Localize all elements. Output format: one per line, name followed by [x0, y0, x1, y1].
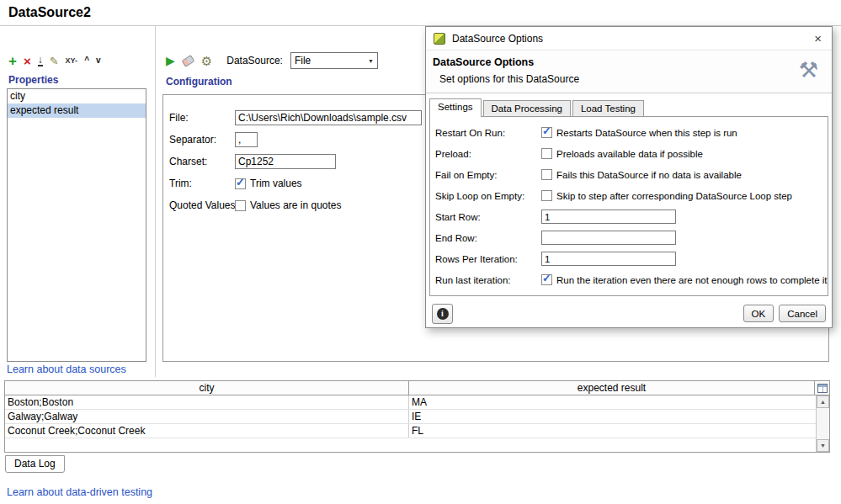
- clear-icon[interactable]: [181, 55, 194, 67]
- fail-on-empty-checkbox[interactable]: [541, 169, 552, 180]
- page-title: DataSource2: [8, 5, 91, 20]
- start-row-label: Start Row:: [435, 212, 541, 222]
- dialog-header-title: DataSource Options: [433, 56, 534, 68]
- separator-label: Separator:: [169, 134, 235, 146]
- file-input[interactable]: [235, 110, 422, 125]
- preload-caption: Preloads available data if possible: [556, 149, 703, 159]
- properties-list: city expected result: [7, 88, 146, 362]
- table-row[interactable]: Boston;Boston MA: [5, 395, 829, 410]
- rows-per-iteration-row: Rows Per Iteration:: [430, 248, 828, 269]
- table-row[interactable]: Galway;Galway IE: [5, 410, 829, 424]
- info-button[interactable]: i: [432, 304, 453, 324]
- charset-input[interactable]: [235, 154, 336, 169]
- tools-icon: ⚒: [799, 57, 818, 83]
- skip-loop-on-empty-checkbox[interactable]: [541, 190, 552, 201]
- cell-city: Boston;Boston: [5, 395, 409, 409]
- load-properties-icon[interactable]: ↓: [38, 55, 43, 66]
- save-properties-icon[interactable]: ✎: [50, 56, 59, 66]
- scrollbar-down-button[interactable]: ▼: [817, 439, 829, 452]
- quoted-values-label: Quoted Values:: [169, 199, 235, 211]
- preload-row: Preload: Preloads available data if poss…: [430, 143, 828, 164]
- table-row[interactable]: Coconut Creek;Coconut Creek FL: [5, 424, 829, 438]
- add-property-icon[interactable]: +: [8, 54, 17, 68]
- column-header-city[interactable]: city: [5, 381, 409, 395]
- run-last-iteration-checkbox[interactable]: ✓: [541, 274, 552, 285]
- separator-input[interactable]: [235, 132, 258, 147]
- skip-loop-on-empty-label: Skip Loop on Empty:: [435, 191, 541, 201]
- file-label: File:: [169, 112, 235, 124]
- panel-divider: [155, 26, 156, 377]
- tab-data-processing[interactable]: Data Processing: [483, 100, 571, 116]
- dialog-settings-panel: Restart On Run: ✓ Restarts DataSource wh…: [429, 116, 828, 296]
- restart-on-run-caption: Restarts DataSource when this step is ru…: [556, 128, 737, 138]
- run-icon[interactable]: ▶: [166, 55, 175, 66]
- check-icon: ✓: [542, 125, 551, 138]
- info-icon: i: [437, 308, 449, 320]
- move-property-down-icon[interactable]: v: [96, 56, 101, 65]
- datasource-options-icon: [434, 33, 445, 45]
- close-icon[interactable]: ×: [812, 31, 824, 45]
- quoted-values-caption: Values are in quotes: [250, 199, 342, 211]
- learn-about-data-sources-link[interactable]: Learn about data sources: [7, 363, 126, 375]
- run-last-iteration-row: Run last iteration: ✓ Run the iteration …: [430, 269, 828, 290]
- tab-load-testing[interactable]: Load Testing: [572, 100, 644, 116]
- ok-button[interactable]: OK: [743, 305, 774, 322]
- scrollbar-track[interactable]: [817, 408, 829, 439]
- fail-on-empty-row: Fail on Empty: Fails this DataSource if …: [430, 164, 828, 185]
- preload-label: Preload:: [435, 149, 541, 159]
- charset-label: Charset:: [169, 156, 235, 167]
- run-last-iteration-label: Run last iteration:: [435, 275, 541, 285]
- properties-header: Properties: [8, 74, 58, 86]
- cell-city: Coconut Creek;Coconut Creek: [5, 424, 409, 438]
- cancel-button[interactable]: Cancel: [779, 305, 826, 322]
- end-row-input[interactable]: [541, 231, 676, 245]
- move-property-up-icon[interactable]: ^: [84, 56, 89, 65]
- preload-checkbox[interactable]: [541, 148, 552, 159]
- configuration-header: Configuration: [166, 76, 232, 88]
- run-last-iteration-caption: Run the iteration even there are not eno…: [556, 275, 828, 285]
- property-item-expected-result[interactable]: expected result: [8, 103, 146, 118]
- column-header-expected-result[interactable]: expected result: [409, 381, 815, 395]
- table-body: Boston;Boston MA Galway;Galway IE Coconu…: [5, 395, 829, 452]
- dialog-title: DataSource Options: [452, 33, 543, 45]
- restart-on-run-label: Restart On Run:: [435, 128, 541, 138]
- cell-city: Galway;Galway: [5, 410, 409, 423]
- sort-properties-icon[interactable]: XY-: [66, 57, 78, 65]
- datasource-label: DataSource:: [226, 55, 283, 66]
- end-row-row: End Row:: [430, 227, 828, 248]
- rows-per-iteration-input[interactable]: [541, 252, 676, 266]
- properties-toolbar: + × ↓ ✎ XY- ^ v: [8, 52, 101, 69]
- fail-on-empty-label: Fail on Empty:: [435, 170, 541, 180]
- tab-settings[interactable]: Settings: [429, 98, 482, 116]
- fail-on-empty-caption: Fails this DataSource if no data is avai…: [556, 170, 742, 180]
- table-header: city expected result: [5, 381, 829, 395]
- table-scrollbar[interactable]: ▲ ▼: [816, 395, 829, 452]
- trim-values-checkbox[interactable]: ✓: [235, 178, 246, 189]
- dialog-titlebar[interactable]: DataSource Options ×: [426, 27, 832, 50]
- dialog-tabs: Settings Data Processing Load Testing: [429, 98, 828, 116]
- cell-expected-result: MA: [409, 395, 829, 409]
- table-options-button[interactable]: [815, 381, 829, 395]
- cell-expected-result: IE: [409, 410, 829, 423]
- restart-on-run-checkbox[interactable]: ✓: [541, 127, 552, 138]
- skip-loop-on-empty-row: Skip Loop on Empty: Skip to step after c…: [430, 185, 828, 206]
- dialog-header: DataSource Options Set options for this …: [426, 50, 832, 93]
- restart-on-run-row: Restart On Run: ✓ Restarts DataSource wh…: [430, 122, 828, 143]
- options-gear-icon[interactable]: ⚙: [201, 55, 212, 67]
- data-log-tab[interactable]: Data Log: [5, 455, 65, 473]
- datasource-type-dropdown[interactable]: File ▼: [290, 52, 378, 69]
- trim-label: Trim:: [169, 178, 235, 189]
- datasource-window: DataSource2 + × ↓ ✎ XY- ^ v Properties c…: [0, 0, 841, 504]
- delete-property-icon[interactable]: ×: [24, 55, 31, 67]
- datasource-options-dialog: DataSource Options × DataSource Options …: [425, 26, 833, 328]
- rows-per-iteration-label: Rows Per Iteration:: [435, 254, 541, 264]
- scrollbar-up-button[interactable]: ▲: [817, 395, 829, 408]
- learn-about-data-driven-testing-link[interactable]: Learn about data-driven testing: [7, 486, 152, 498]
- dialog-footer: i OK Cancel: [426, 300, 832, 327]
- check-icon: ✓: [236, 176, 245, 189]
- start-row-row: Start Row:: [430, 206, 828, 227]
- quoted-values-checkbox[interactable]: [235, 200, 246, 211]
- property-item-city[interactable]: city: [8, 89, 146, 103]
- start-row-input[interactable]: [541, 210, 676, 224]
- end-row-label: End Row:: [435, 233, 541, 243]
